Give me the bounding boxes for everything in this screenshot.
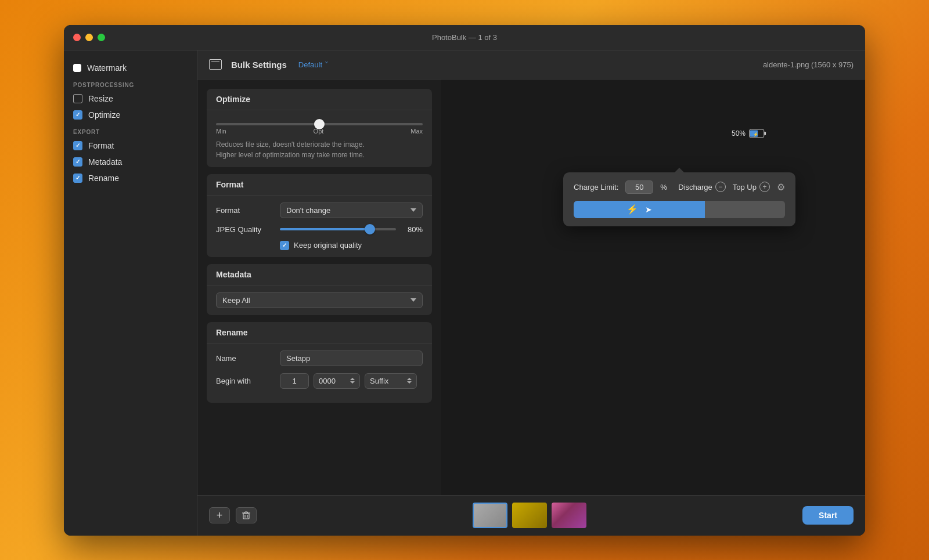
discharge-indicator-icon: ➤ [645,205,652,214]
jpeg-quality-slider[interactable] [280,228,396,230]
start-button[interactable]: Start [802,506,854,525]
jpeg-quality-label: JPEG Quality [216,225,280,234]
metadata-row: Keep All Remove All Keep EXIF Keep GPS [216,292,423,308]
thumbnail-2[interactable] [512,503,547,528]
rename-sidebar-label: Rename [88,174,119,183]
battery-bar-fill: ⚡ ➤ [574,201,705,218]
begin-with-row: Begin with 0000 000 00 Suff [216,373,423,389]
optimize-checkbox[interactable] [73,110,82,120]
postprocessing-section-label: POSTPROCESSING [64,76,197,91]
discharge-icon: − [715,182,726,192]
keep-quality-label: Keep original quality [294,241,362,250]
minimize-button[interactable] [85,34,93,41]
rename-name-row: Name [216,351,423,366]
discharge-label: Discharge [678,183,712,192]
charge-limit-input[interactable] [625,180,653,194]
stepper-select[interactable]: 0000 000 00 [314,373,360,389]
jpeg-slider-container: 80% [280,225,423,234]
charge-limit-row: Charge Limit: % Discharge − Top Up + [574,180,785,194]
app-body: Watermark POSTPROCESSING Resize Optimize… [64,50,865,536]
name-input[interactable] [280,351,423,366]
resize-label: Resize [88,94,113,103]
close-button[interactable] [73,34,81,41]
metadata-sidebar-label: Metadata [88,157,122,167]
optimize-section: Optimize Min Opt Max Reduces file size, … [207,89,432,167]
format-section-header: Format [207,174,432,196]
delete-button[interactable] [236,507,257,523]
sidebar-item-rename[interactable]: Rename [64,170,197,186]
metadata-section-header: Metadata [207,264,432,286]
jpeg-quality-value: 80% [402,225,423,234]
suffix-select[interactable]: Suffix Prefix [365,373,417,389]
sidebar-item-metadata[interactable]: Metadata [64,154,197,170]
begin-with-controls: 0000 000 00 Suffix Prefix [280,373,417,389]
begin-with-input[interactable] [280,373,309,389]
format-field-label: Format [216,206,280,215]
thumbnail-1[interactable] [473,503,507,528]
format-checkbox[interactable] [73,141,82,150]
opt-label: Opt [314,128,324,135]
preset-selector[interactable]: Default ˅ [298,60,329,69]
settings-button[interactable]: ⚙ [777,182,785,193]
title-bar: PhotoBulk — 1 of 3 [64,25,865,50]
metadata-checkbox[interactable] [73,157,82,167]
metadata-select[interactable]: Keep All Remove All Keep EXIF Keep GPS [216,292,423,308]
main-content: Bulk Settings Default ˅ aldente-1.png (1… [197,50,865,536]
header-title: Bulk Settings [231,60,287,70]
optimize-section-header: Optimize [207,89,432,110]
optimize-slider[interactable] [216,123,423,125]
rename-section-body: Name Begin with 0000 000 [207,344,432,403]
watermark-checkbox[interactable] [73,64,81,72]
rename-section-header: Rename [207,322,432,344]
format-sidebar-label: Format [88,141,114,150]
main-header: Bulk Settings Default ˅ aldente-1.png (1… [197,50,865,80]
charge-limit-label: Charge Limit: [574,183,618,192]
topup-label: Top Up [733,183,757,192]
charging-icon: ⚡ [626,204,638,215]
battery-icon: ⚡ [749,129,766,138]
rename-checkbox[interactable] [73,174,82,183]
resize-checkbox[interactable] [73,94,82,103]
content-area: Optimize Min Opt Max Reduces file size, … [197,80,865,495]
name-label: Name [216,354,280,363]
traffic-lights [73,34,105,41]
metadata-section-body: Keep All Remove All Keep EXIF Keep GPS [207,286,432,315]
watermark-label: Watermark [87,63,127,73]
bottom-bar: + Start [197,495,865,536]
battery-indicator: 50% ⚡ [732,129,766,138]
preview-area: 50% ⚡ Charge Limit: [441,80,865,495]
metadata-section: Metadata Keep All Remove All Keep EXIF K… [207,264,432,315]
topup-icon: + [759,182,770,192]
rename-section: Rename Name Begin with [207,322,432,403]
sidebar-item-optimize[interactable]: Optimize [64,107,197,123]
format-select[interactable]: Don't change JPEG PNG TIFF WebP [280,203,423,218]
sidebar-item-format[interactable]: Format [64,138,197,154]
maximize-button[interactable] [98,34,105,41]
sidebar-item-resize[interactable]: Resize [64,91,197,107]
keep-quality-row[interactable]: Keep original quality [216,241,423,250]
optimize-section-body: Min Opt Max Reduces file size, doesn't d… [207,110,432,167]
sidebar: Watermark POSTPROCESSING Resize Optimize… [64,50,197,536]
jpeg-quality-row: JPEG Quality 80% [216,225,423,234]
trash-icon [242,511,251,520]
discharge-button[interactable]: Discharge − [678,182,726,192]
topup-button[interactable]: Top Up + [733,182,770,192]
begin-with-label: Begin with [216,377,280,385]
header-filename: aldente-1.png (1560 x 975) [763,60,854,69]
keep-quality-checkbox[interactable] [280,241,289,250]
window-title: PhotoBulk — 1 of 3 [432,33,497,42]
charge-pct-label: % [660,183,667,192]
sidebar-item-watermark[interactable]: Watermark [64,60,197,76]
format-section-body: Format Don't change JPEG PNG TIFF WebP [207,196,432,257]
svg-rect-2 [764,132,766,135]
thumbnails-container [262,503,797,528]
optimize-label: Optimize [88,110,120,120]
optimize-description: Reduces file size, doesn't deteriorate t… [216,139,423,160]
format-row: Format Don't change JPEG PNG TIFF WebP [216,203,423,218]
thumbnail-3[interactable] [552,503,586,528]
min-label: Min [216,128,226,135]
svg-rect-4 [243,514,249,519]
aldente-popup: Charge Limit: % Discharge − Top Up + [563,172,795,226]
add-button[interactable]: + [209,507,230,523]
battery-pct-label: 50% [732,129,746,138]
